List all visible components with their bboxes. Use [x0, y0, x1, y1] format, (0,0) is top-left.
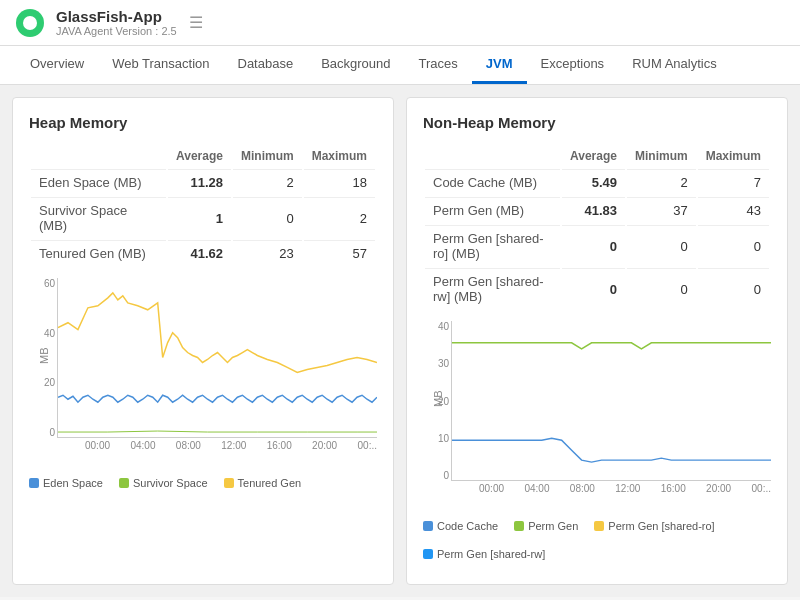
- table-row: Perm Gen [shared-rw] (MB) 0 0 0: [425, 268, 769, 309]
- table-row: Eden Space (MB) 11.28 2 18: [31, 169, 375, 195]
- heap-eden-label: Eden Space: [43, 477, 103, 489]
- nonheap-legend-perm-ro: Perm Gen [shared-ro]: [594, 520, 714, 532]
- nonheap-col-min: Minimum: [627, 145, 696, 167]
- heap-col-name: [31, 145, 166, 167]
- heap-memory-panel: Heap Memory Average Minimum Maximum Eden…: [12, 97, 394, 585]
- table-row: Code Cache (MB) 5.49 2 7: [425, 169, 769, 195]
- nonheap-row-min: 37: [627, 197, 696, 223]
- heap-row-name: Tenured Gen (MB): [31, 240, 166, 266]
- nonheap-row-avg: 5.49: [562, 169, 625, 195]
- nonheap-memory-panel: Non-Heap Memory Average Minimum Maximum …: [406, 97, 788, 585]
- nonheap-code-label: Code Cache: [437, 520, 498, 532]
- heap-row-avg: 11.28: [168, 169, 231, 195]
- nonheap-legend: Code Cache Perm Gen Perm Gen [shared-ro]…: [423, 520, 771, 560]
- heap-stats-table: Average Minimum Maximum Eden Space (MB) …: [29, 143, 377, 268]
- heap-tenured-color: [224, 478, 234, 488]
- nonheap-code-color: [423, 521, 433, 531]
- heap-survivor-color: [119, 478, 129, 488]
- table-row: Survivor Space (MB) 1 0 2: [31, 197, 375, 238]
- heap-row-max: 2: [304, 197, 375, 238]
- nonheap-row-max: 0: [698, 268, 769, 309]
- heap-x-axis: 00:00 04:00 08:00 12:00 16:00 20:00 00:.…: [57, 440, 377, 451]
- nav-database[interactable]: Database: [224, 46, 308, 84]
- heap-tenured-label: Tenured Gen: [238, 477, 302, 489]
- nonheap-y-label: MB: [432, 390, 444, 407]
- nonheap-row-max: 43: [698, 197, 769, 223]
- heap-row-avg: 1: [168, 197, 231, 238]
- nonheap-row-name: Perm Gen (MB): [425, 197, 560, 223]
- nonheap-row-avg: 0: [562, 225, 625, 266]
- nonheap-stats-table: Average Minimum Maximum Code Cache (MB) …: [423, 143, 771, 311]
- nonheap-row-min: 2: [627, 169, 696, 195]
- nav-background[interactable]: Background: [307, 46, 404, 84]
- nonheap-row-avg: 41.83: [562, 197, 625, 223]
- nonheap-perm-color: [514, 521, 524, 531]
- heap-row-max: 18: [304, 169, 375, 195]
- heap-y-label: MB: [38, 347, 50, 364]
- heap-col-max: Maximum: [304, 145, 375, 167]
- heap-legend-eden: Eden Space: [29, 477, 103, 489]
- table-row: Perm Gen (MB) 41.83 37 43: [425, 197, 769, 223]
- heap-col-min: Minimum: [233, 145, 302, 167]
- heap-row-name: Survivor Space (MB): [31, 197, 166, 238]
- menu-icon[interactable]: ☰: [189, 13, 203, 32]
- table-row: Perm Gen [shared-ro] (MB) 0 0 0: [425, 225, 769, 266]
- nonheap-row-min: 0: [627, 225, 696, 266]
- heap-legend: Eden Space Survivor Space Tenured Gen: [29, 477, 377, 489]
- heap-chart-svg: [58, 278, 377, 437]
- nonheap-perm-rw-color: [423, 549, 433, 559]
- nonheap-row-max: 7: [698, 169, 769, 195]
- nav-exceptions[interactable]: Exceptions: [527, 46, 619, 84]
- nav-overview[interactable]: Overview: [16, 46, 98, 84]
- nonheap-x-axis: 00:00 04:00 08:00 12:00 16:00 20:00 00:.…: [451, 483, 771, 494]
- nonheap-perm-ro-label: Perm Gen [shared-ro]: [608, 520, 714, 532]
- nonheap-legend-perm: Perm Gen: [514, 520, 578, 532]
- nonheap-col-avg: Average: [562, 145, 625, 167]
- nonheap-row-max: 0: [698, 225, 769, 266]
- nonheap-row-name: Code Cache (MB): [425, 169, 560, 195]
- heap-row-min: 0: [233, 197, 302, 238]
- app-version: JAVA Agent Version : 2.5: [56, 25, 177, 37]
- heap-legend-survivor: Survivor Space: [119, 477, 208, 489]
- nonheap-legend-perm-rw: Perm Gen [shared-rw]: [423, 548, 545, 560]
- heap-row-avg: 41.62: [168, 240, 231, 266]
- nonheap-chart: MB: [451, 321, 771, 481]
- heap-row-min: 2: [233, 169, 302, 195]
- app-icon: [16, 9, 44, 37]
- navigation: Overview Web Transaction Database Backgr…: [0, 46, 800, 85]
- nav-rum-analytics[interactable]: RUM Analytics: [618, 46, 731, 84]
- nonheap-col-max: Maximum: [698, 145, 769, 167]
- app-header: GlassFish-App JAVA Agent Version : 2.5 ☰: [0, 0, 800, 46]
- heap-row-max: 57: [304, 240, 375, 266]
- nonheap-chart-wrapper: 40 30 20 10 0 MB 00:00 04:00 08:00 12:: [423, 321, 771, 512]
- heap-title: Heap Memory: [29, 114, 377, 131]
- nav-jvm[interactable]: JVM: [472, 46, 527, 84]
- heap-row-name: Eden Space (MB): [31, 169, 166, 195]
- heap-survivor-label: Survivor Space: [133, 477, 208, 489]
- nonheap-perm-rw-label: Perm Gen [shared-rw]: [437, 548, 545, 560]
- nonheap-legend-code: Code Cache: [423, 520, 498, 532]
- heap-eden-color: [29, 478, 39, 488]
- main-content: Heap Memory Average Minimum Maximum Eden…: [0, 85, 800, 597]
- nonheap-row-name: Perm Gen [shared-rw] (MB): [425, 268, 560, 309]
- heap-row-min: 23: [233, 240, 302, 266]
- nonheap-perm-label: Perm Gen: [528, 520, 578, 532]
- nonheap-title: Non-Heap Memory: [423, 114, 771, 131]
- nonheap-chart-svg: [452, 321, 771, 480]
- heap-legend-tenured: Tenured Gen: [224, 477, 302, 489]
- nav-traces[interactable]: Traces: [405, 46, 472, 84]
- app-info: GlassFish-App JAVA Agent Version : 2.5: [56, 8, 177, 37]
- heap-chart: MB: [57, 278, 377, 438]
- table-row: Tenured Gen (MB) 41.62 23 57: [31, 240, 375, 266]
- nav-web-transaction[interactable]: Web Transaction: [98, 46, 223, 84]
- nonheap-row-name: Perm Gen [shared-ro] (MB): [425, 225, 560, 266]
- nonheap-col-name: [425, 145, 560, 167]
- heap-col-avg: Average: [168, 145, 231, 167]
- app-name: GlassFish-App: [56, 8, 177, 25]
- heap-chart-wrapper: 60 40 20 0 MB 00:00 04:00 08:00: [29, 278, 377, 469]
- nonheap-row-min: 0: [627, 268, 696, 309]
- nonheap-perm-ro-color: [594, 521, 604, 531]
- nonheap-row-avg: 0: [562, 268, 625, 309]
